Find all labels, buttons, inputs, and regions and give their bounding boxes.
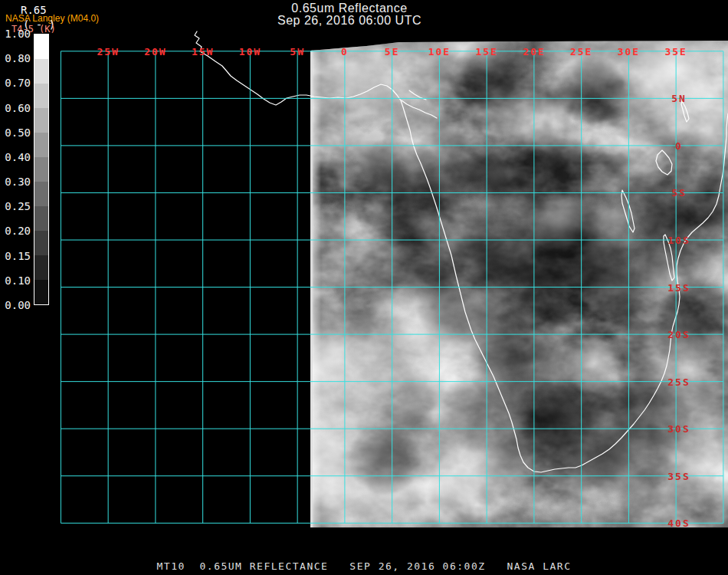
colorbar-segment xyxy=(34,108,48,133)
lon-label: 5E xyxy=(385,46,400,58)
colorbar-segment xyxy=(34,182,48,206)
colorbar-segment xyxy=(34,59,48,84)
colorbar-segment xyxy=(34,206,48,231)
colorbar-tick-label: 0.50 xyxy=(0,127,31,139)
lat-label: 5S xyxy=(671,187,687,199)
lon-label: 15E xyxy=(475,46,497,58)
cloud-blobs xyxy=(264,0,728,562)
title-datetime: Sep 26, 2016 06:00 UTC xyxy=(0,15,699,27)
lat-label: 10S xyxy=(667,235,690,246)
lon-label: 20W xyxy=(144,46,166,58)
lat-label: 0 xyxy=(675,140,683,152)
cloud-blob xyxy=(330,113,409,193)
lon-label: 15W xyxy=(192,46,214,58)
colorbar-segment xyxy=(34,280,48,304)
lon-label: 35E xyxy=(664,46,687,58)
lon-label: 25E xyxy=(570,46,592,58)
lon-label: 20E xyxy=(523,46,545,58)
lon-label: 10E xyxy=(428,46,451,58)
lon-label: 5W xyxy=(290,46,305,58)
colorbar-tick-label: 0.70 xyxy=(0,77,31,89)
colorbar-tick-label: 0.00 xyxy=(0,299,31,311)
lat-label: 15S xyxy=(667,282,690,294)
satellite-imagery xyxy=(264,0,728,562)
lon-label: 30E xyxy=(618,46,640,58)
colorbar-tick-label: 0.20 xyxy=(0,225,31,237)
colorbar-segment xyxy=(34,133,48,157)
image-title: 0.65um Reflectance Sep 26, 2016 06:00 UT… xyxy=(0,2,699,27)
colorbar-tick-label: 0.15 xyxy=(0,250,31,262)
colorbar-tick-label: 0.40 xyxy=(0,151,31,163)
cloud-blob xyxy=(437,374,516,454)
lat-label: 35S xyxy=(667,471,690,482)
colorbar-segments xyxy=(34,34,48,304)
lat-label: 20S xyxy=(667,329,690,340)
colorbar-segment xyxy=(34,255,48,280)
colorbar-tick-label: 0.60 xyxy=(0,102,31,114)
colorbar-tick-label: 1.00 xyxy=(0,28,31,40)
colorbar-segment xyxy=(34,34,48,59)
lat-label: 40S xyxy=(667,518,690,529)
colorbar-tick-label: 0.10 xyxy=(0,274,31,287)
cloud-blob xyxy=(556,55,627,126)
footer-caption: MT10 0.65UM REFLECTANCE SEP 26, 2016 06:… xyxy=(0,560,728,572)
colorbar xyxy=(34,34,49,305)
lat-label: 5N xyxy=(671,93,687,104)
colorbar-tick-label: 0.25 xyxy=(0,200,31,212)
lat-label: 30S xyxy=(667,423,690,435)
colorbar-ticks: 1.000.800.700.600.500.400.300.250.200.15… xyxy=(0,0,31,575)
cloud-blob xyxy=(375,207,471,302)
cloud-blob xyxy=(613,161,690,238)
colorbar-segment xyxy=(34,84,48,108)
title-product: 0.65um Reflectance xyxy=(0,2,699,15)
lon-label: 0 xyxy=(341,46,349,58)
colorbar-segment xyxy=(34,231,48,255)
satellite-map: 25W20W15W10W5W05E10E15E20E25E30E35E5N05S… xyxy=(0,0,728,575)
lon-label: 25W xyxy=(97,46,119,58)
colorbar-tick-label: 0.80 xyxy=(0,52,31,64)
lat-label: 25S xyxy=(667,376,690,388)
scan-edge-line xyxy=(310,41,313,527)
cloud-blob xyxy=(508,119,592,203)
lon-label: 10W xyxy=(239,46,261,58)
colorbar-tick-label: 0.30 xyxy=(0,176,31,188)
cloud-blob xyxy=(348,422,421,495)
colorbar-segment xyxy=(34,157,48,182)
